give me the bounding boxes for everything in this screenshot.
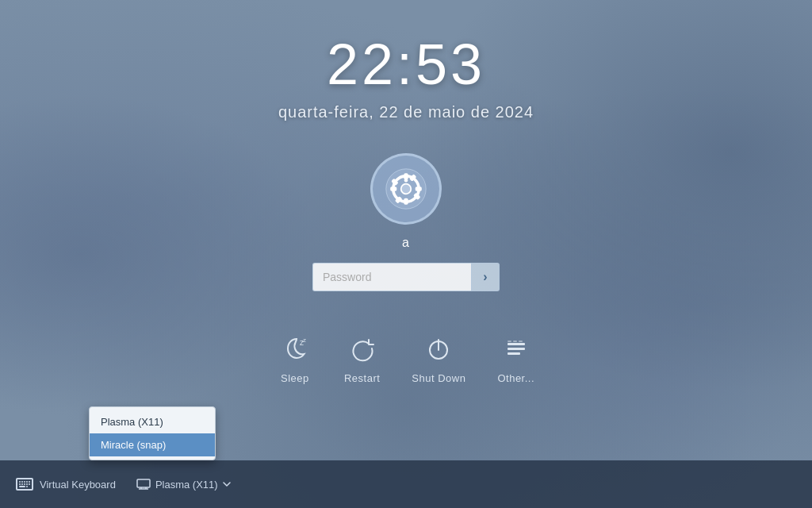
restart-label: Restart <box>344 372 380 384</box>
chevron-down-icon <box>223 482 231 487</box>
bottom-bar: Virtual Keyboard Plasma (X11) <box>0 460 812 508</box>
kde-logo-icon <box>385 167 427 210</box>
svg-point-12 <box>404 179 408 183</box>
session-selector[interactable]: Plasma (X11) <box>128 475 239 494</box>
password-row: › <box>312 263 500 291</box>
other-icon <box>499 331 534 366</box>
sleep-label: Sleep <box>281 372 309 384</box>
shutdown-button[interactable]: Shut Down <box>412 331 465 384</box>
login-button[interactable]: › <box>471 263 500 291</box>
svg-rect-23 <box>137 479 150 487</box>
session-label: Plasma (X11) <box>155 479 218 491</box>
other-button[interactable]: Other... <box>497 331 534 384</box>
svg-text:z: z <box>303 337 306 344</box>
virtual-keyboard-label: Virtual Keyboard <box>40 479 116 491</box>
actions-row: z z Sleep Restart Shut Dow <box>278 331 534 384</box>
svg-point-11 <box>402 185 411 194</box>
restart-icon <box>345 331 380 366</box>
login-panel: 22:53 quarta-feira, 22 de maio de 2024 <box>0 0 812 460</box>
svg-rect-22 <box>519 341 523 342</box>
session-option-plasma-x11[interactable]: Plasma (X11) <box>90 410 215 433</box>
virtual-keyboard-button[interactable]: Virtual Keyboard <box>10 475 122 494</box>
sleep-icon: z z <box>278 331 312 366</box>
session-dropdown: Plasma (X11) Miracle (snap) <box>89 406 216 460</box>
username-label: a <box>402 236 410 250</box>
date-display: quarta-feira, 22 de maio de 2024 <box>278 103 534 121</box>
password-input[interactable] <box>312 263 471 291</box>
clock-display: 22:53 <box>327 32 485 97</box>
svg-rect-18 <box>508 348 525 350</box>
svg-rect-21 <box>513 341 517 342</box>
svg-rect-20 <box>508 341 511 342</box>
shutdown-icon <box>421 331 456 366</box>
user-avatar <box>370 153 442 225</box>
session-option-miracle-snap[interactable]: Miracle (snap) <box>90 433 215 456</box>
other-label: Other... <box>497 372 534 384</box>
keyboard-icon <box>16 478 33 491</box>
session-icon <box>136 479 151 490</box>
shutdown-label: Shut Down <box>412 372 465 384</box>
sleep-button[interactable]: z z Sleep <box>278 331 312 384</box>
svg-rect-19 <box>508 352 520 355</box>
svg-rect-17 <box>508 343 525 345</box>
restart-button[interactable]: Restart <box>344 331 380 384</box>
